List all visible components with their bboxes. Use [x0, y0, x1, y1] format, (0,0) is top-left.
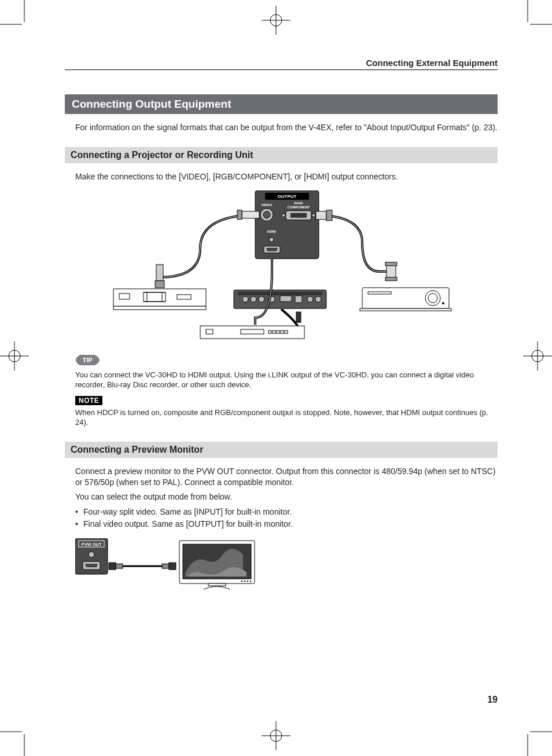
svg-point-62: [442, 302, 444, 304]
svg-point-29: [312, 214, 315, 217]
svg-point-31: [269, 237, 274, 242]
intro-paragraph: For information on the signal formats th…: [65, 122, 498, 133]
svg-text:RGB/: RGB/: [295, 201, 303, 205]
svg-point-87: [250, 580, 251, 581]
svg-rect-54: [387, 265, 396, 278]
tip-badge: TIP: [75, 355, 104, 368]
list-item: Four-way split video. Same as [INPUT] fo…: [75, 506, 498, 518]
svg-rect-46: [155, 281, 164, 288]
svg-point-24: [263, 211, 270, 218]
svg-rect-80: [162, 564, 169, 568]
svg-point-36: [259, 296, 264, 302]
svg-point-40: [307, 296, 313, 302]
svg-rect-70: [281, 331, 284, 333]
svg-point-75: [89, 552, 94, 557]
svg-rect-39: [295, 296, 302, 303]
svg-text:TIP: TIP: [82, 357, 92, 364]
page-number: 19: [65, 695, 498, 705]
svg-rect-38: [280, 296, 292, 302]
svg-rect-81: [169, 563, 176, 570]
subsection-projector: Connecting a Projector or Recording Unit: [65, 147, 498, 163]
svg-point-85: [244, 580, 245, 581]
page-content: Connecting External Equipment Connecting…: [65, 58, 498, 602]
svg-rect-48: [113, 306, 206, 310]
running-head: Connecting External Equipment: [65, 58, 498, 70]
svg-rect-71: [285, 331, 288, 333]
svg-rect-49: [119, 293, 130, 299]
svg-rect-65: [206, 329, 213, 334]
svg-point-86: [247, 580, 248, 581]
svg-rect-55: [385, 262, 397, 266]
svg-rect-78: [116, 564, 123, 568]
svg-rect-56: [385, 277, 397, 281]
svg-point-28: [282, 214, 285, 217]
svg-point-84: [241, 580, 242, 581]
svg-point-35: [251, 296, 256, 302]
svg-rect-69: [277, 331, 279, 333]
panel-video-label: VIDEO: [262, 203, 273, 207]
svg-point-60: [428, 293, 437, 303]
svg-rect-63: [296, 312, 301, 322]
svg-point-41: [315, 296, 321, 302]
svg-rect-58: [360, 309, 451, 311]
svg-rect-53: [326, 210, 332, 221]
svg-rect-44: [237, 210, 242, 219]
note-badge: NOTE: [75, 396, 102, 405]
subsection-preview-monitor: Connecting a Preview Monitor: [65, 442, 498, 458]
svg-rect-52: [316, 211, 326, 219]
svg-text:COMPONENT: COMPONENT: [288, 205, 310, 209]
projector-paragraph: Make the connections to the [VIDEO], [RG…: [65, 171, 498, 182]
svg-rect-88: [208, 583, 226, 586]
svg-rect-45: [156, 265, 163, 281]
svg-rect-77: [109, 563, 116, 570]
svg-rect-42: [238, 292, 322, 295]
section-title-output-equipment: Connecting Output Equipment: [65, 94, 498, 114]
pvw-out-label: PVW OUT: [82, 542, 102, 547]
svg-rect-30: [290, 213, 307, 218]
tip-text: You can connect the VC-30HD to HDMI outp…: [75, 370, 498, 390]
preview-para-2: You can select the output mode from belo…: [65, 491, 498, 502]
list-item: Final video output. Same as [OUTPUT] for…: [75, 518, 498, 530]
panel-output-label: OUTPUT: [278, 194, 297, 199]
svg-rect-68: [273, 331, 275, 333]
connection-diagram-1: OUTPUT VIDEO RGB/ COMPONENT HDMI: [65, 190, 498, 341]
preview-modes-list: Four-way split video. Same as [INPUT] fo…: [75, 506, 498, 530]
svg-rect-66: [241, 329, 264, 334]
connection-diagram-2: PVW OUT: [65, 538, 498, 590]
svg-rect-51: [177, 295, 191, 299]
svg-rect-67: [268, 331, 271, 333]
svg-point-34: [242, 296, 248, 302]
svg-rect-43: [242, 211, 259, 218]
preview-para-1: Connect a preview monitor to the PVW OUT…: [65, 466, 498, 488]
panel-hdmi-label: HDMI: [267, 230, 276, 233]
note-text: When HDCP is turned on, composite and RG…: [75, 408, 498, 428]
